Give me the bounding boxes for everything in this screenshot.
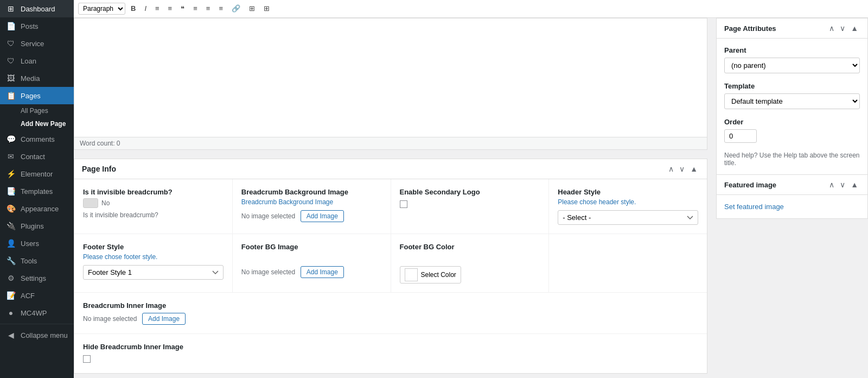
service-icon: 🛡 bbox=[5, 39, 16, 48]
featured-image-panel: Featured image ∧ ∨ ▲ Set featured image bbox=[716, 175, 868, 219]
page-attributes-title: Page Attributes bbox=[724, 24, 776, 33]
insert-table-button[interactable]: ⊞ bbox=[246, 2, 258, 15]
page-info-title: Page Info bbox=[82, 165, 116, 173]
sidebar-collapse-menu[interactable]: ◀ Collapse menu bbox=[0, 326, 74, 344]
sidebar-item-comments[interactable]: 💬 Comments bbox=[0, 130, 74, 148]
sidebar-item-add-new-page[interactable]: Add New Page bbox=[16, 117, 74, 130]
footer-bg-color-label: Footer BG Color bbox=[400, 243, 540, 251]
blockquote-button[interactable]: ❝ bbox=[177, 2, 188, 15]
header-style-select[interactable]: - Select - bbox=[558, 210, 698, 225]
sidebar-item-label: Loan bbox=[21, 57, 36, 65]
select-color-button[interactable]: Select Color bbox=[400, 266, 461, 284]
bold-button[interactable]: B bbox=[127, 2, 139, 15]
sidebar-item-pages[interactable]: 📋 Pages bbox=[0, 87, 74, 104]
panel-down-button[interactable]: ∨ bbox=[678, 165, 686, 173]
featured-up-button[interactable]: ∧ bbox=[827, 180, 836, 189]
footer-bg-add-image-button[interactable]: Add Image bbox=[301, 266, 344, 278]
breadcrumb-bg-add-image-button[interactable]: Add Image bbox=[301, 210, 344, 222]
order-input[interactable] bbox=[724, 129, 757, 143]
set-featured-image-link[interactable]: Set featured image bbox=[724, 203, 784, 211]
acf-icon: 📝 bbox=[5, 291, 16, 300]
align-center-button[interactable]: ≡ bbox=[203, 2, 214, 15]
sidebar-item-mc4wp[interactable]: ● MC4WP bbox=[0, 304, 74, 322]
sidebar-item-service[interactable]: 🛡 Service bbox=[0, 35, 74, 52]
color-preview bbox=[405, 268, 418, 281]
insert-grid-button[interactable]: ⊞ bbox=[260, 2, 273, 15]
breadcrumb-inner-cell: Breadcrumb Inner Image No image selected… bbox=[74, 293, 707, 333]
sidebar-item-label: Contact bbox=[21, 153, 45, 161]
footer-style-select[interactable]: Footer Style 1 bbox=[83, 265, 224, 280]
panel-up-button[interactable]: ∧ bbox=[667, 165, 675, 173]
breadcrumb-toggle-label: No bbox=[101, 199, 110, 207]
all-pages-label: All Pages bbox=[21, 107, 48, 115]
right-sidebar: Page Attributes ∧ ∨ ▲ Parent (no parent) bbox=[716, 18, 868, 378]
footer-bg-image-label: Footer BG Image bbox=[241, 243, 382, 251]
editor-toolbar: Paragraph B I ≡ ≡ ❝ ≡ ≡ ≡ 🔗 ⊞ ⊞ bbox=[74, 0, 868, 18]
appearance-icon: 🎨 bbox=[5, 204, 16, 213]
sidebar-item-label: ACF bbox=[21, 292, 35, 300]
pages-icon: 📋 bbox=[5, 91, 16, 100]
breadcrumb-inner-no-image: No image selected bbox=[83, 315, 137, 323]
hide-breadcrumb-inner-label: Hide Breadcrumb Inner Image bbox=[83, 343, 698, 351]
sidebar-item-tools[interactable]: 🔧 Tools bbox=[0, 252, 74, 269]
featured-image-header: Featured image ∧ ∨ ▲ bbox=[717, 175, 867, 195]
sidebar-item-plugins[interactable]: 🔌 Plugins bbox=[0, 217, 74, 235]
paragraph-select[interactable]: Paragraph bbox=[78, 3, 125, 15]
sidebar-item-dashboard[interactable]: ⊞ Dashboard bbox=[0, 0, 74, 17]
help-text: Need help? Use the Help tab above the sc… bbox=[724, 152, 860, 167]
sidebar-item-users[interactable]: 👤 Users bbox=[0, 235, 74, 252]
link-button[interactable]: 🔗 bbox=[228, 2, 244, 15]
word-count-bar: Word count: 0 bbox=[74, 137, 707, 150]
unordered-list-button[interactable]: ≡ bbox=[165, 2, 176, 15]
panel-close-button[interactable]: ▲ bbox=[688, 165, 699, 173]
hide-breadcrumb-inner-checkbox[interactable] bbox=[83, 355, 91, 363]
sidebar-item-all-pages[interactable]: All Pages bbox=[16, 104, 74, 117]
secondary-logo-checkbox[interactable] bbox=[400, 200, 407, 208]
footer-bg-no-image: No image selected bbox=[241, 268, 295, 276]
select-color-label: Select Color bbox=[421, 271, 456, 279]
sidebar-item-elementor[interactable]: ⚡ Elementor bbox=[0, 165, 74, 182]
footer-style-label: Footer Style bbox=[83, 243, 224, 251]
sidebar-item-label: Settings bbox=[21, 274, 46, 282]
parent-select[interactable]: (no parent) bbox=[724, 58, 860, 73]
sidebar-item-settings[interactable]: ⚙ Settings bbox=[0, 269, 74, 287]
featured-close-button[interactable]: ▲ bbox=[849, 180, 860, 189]
breadcrumb-inner-label: Breadcrumb Inner Image bbox=[83, 301, 698, 310]
featured-image-title: Featured image bbox=[724, 181, 776, 189]
main-area: Paragraph B I ≡ ≡ ❝ ≡ ≡ ≡ 🔗 ⊞ ⊞ Word cou… bbox=[74, 0, 868, 378]
sidebar-item-media[interactable]: 🖼 Media bbox=[0, 70, 74, 87]
breadcrumb-toggle[interactable] bbox=[83, 198, 98, 208]
order-field-label: Order bbox=[724, 118, 860, 126]
align-left-button[interactable]: ≡ bbox=[190, 2, 201, 15]
content-editor[interactable] bbox=[74, 18, 707, 137]
collapse-label: Collapse menu bbox=[21, 331, 68, 339]
sidebar-item-acf[interactable]: 📝 ACF bbox=[0, 287, 74, 304]
header-style-cell: Header Style Please chose header style. … bbox=[549, 179, 707, 234]
breadcrumb-bg-hint: Breadcrumb Background Image bbox=[241, 198, 382, 206]
page-info-header: Page Info ∧ ∨ ▲ bbox=[74, 159, 707, 179]
sidebar-item-templates[interactable]: 📑 Templates bbox=[0, 182, 74, 200]
sidebar-item-appearance[interactable]: 🎨 Appearance bbox=[0, 200, 74, 217]
attributes-close-button[interactable]: ▲ bbox=[849, 24, 860, 33]
page-info-panel: Page Info ∧ ∨ ▲ Is it invisible breadcru… bbox=[74, 159, 707, 374]
breadcrumb-label: Is it invisible breadcrumb? bbox=[83, 188, 224, 196]
sidebar-item-loan[interactable]: 🛡 Loan bbox=[0, 52, 74, 70]
featured-down-button[interactable]: ∨ bbox=[838, 180, 847, 189]
page-info-body: Is it invisible breadcrumb? No Is it inv… bbox=[74, 179, 707, 373]
footer-bg-color-cell: Footer BG Color Select Color bbox=[391, 234, 550, 292]
sidebar-item-posts[interactable]: 📄 Posts bbox=[0, 17, 74, 35]
breadcrumb-bg-no-image: No image selected bbox=[241, 212, 295, 220]
align-right-button[interactable]: ≡ bbox=[215, 2, 226, 15]
mc4wp-icon: ● bbox=[5, 308, 16, 317]
template-select[interactable]: Default template bbox=[724, 93, 860, 109]
featured-image-body: Set featured image bbox=[717, 195, 867, 218]
ordered-list-button[interactable]: ≡ bbox=[152, 2, 163, 15]
page-info-row-1: Is it invisible breadcrumb? No Is it inv… bbox=[74, 179, 707, 234]
sidebar-item-label: Users bbox=[21, 240, 39, 248]
breadcrumb-inner-add-image-button[interactable]: Add Image bbox=[142, 313, 186, 325]
attributes-down-button[interactable]: ∨ bbox=[838, 24, 847, 33]
page-attributes-panel: Page Attributes ∧ ∨ ▲ Parent (no parent) bbox=[716, 18, 868, 175]
italic-button[interactable]: I bbox=[141, 2, 150, 15]
sidebar-item-contact[interactable]: ✉ Contact bbox=[0, 148, 74, 165]
attributes-up-button[interactable]: ∧ bbox=[827, 24, 836, 33]
